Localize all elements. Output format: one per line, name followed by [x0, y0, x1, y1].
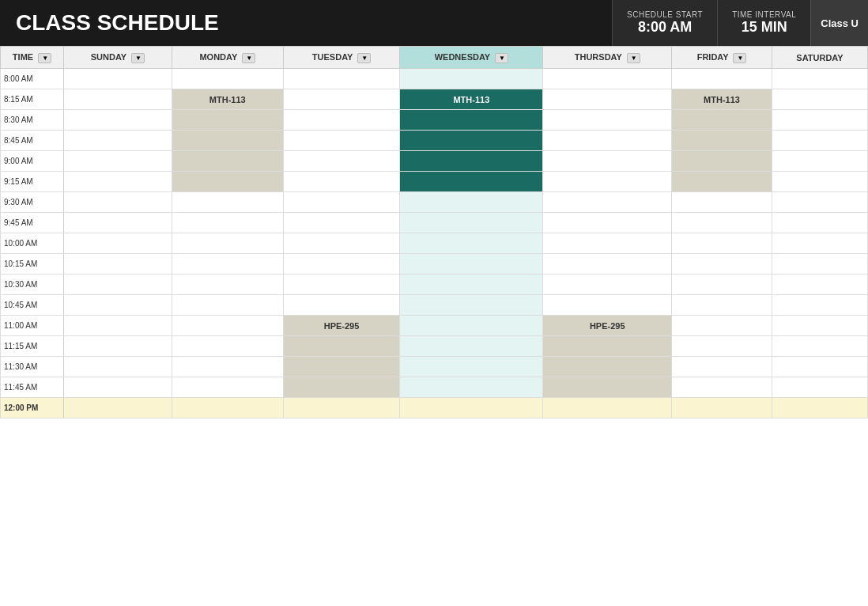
- cell-fri[interactable]: [672, 192, 772, 213]
- cell-wed[interactable]: [400, 131, 543, 151]
- cell-wed[interactable]: [400, 110, 543, 131]
- cell-tue[interactable]: [283, 357, 400, 377]
- cell-thu[interactable]: [543, 377, 672, 398]
- cell-mon[interactable]: [172, 69, 283, 89]
- cell-sun[interactable]: [64, 336, 172, 357]
- cell-tue[interactable]: HPE-295: [283, 316, 400, 336]
- cell-thu[interactable]: [543, 89, 672, 110]
- cell-mon[interactable]: [172, 172, 283, 192]
- cell-sat[interactable]: [772, 377, 868, 398]
- cell-tue[interactable]: [283, 233, 400, 254]
- cell-sun[interactable]: [64, 357, 172, 377]
- cell-sun[interactable]: [64, 254, 172, 275]
- cell-sat[interactable]: [772, 398, 868, 419]
- cell-wed[interactable]: [400, 295, 543, 316]
- cell-wed[interactable]: [400, 254, 543, 275]
- cell-tue[interactable]: [283, 213, 400, 233]
- cell-wed[interactable]: [400, 275, 543, 295]
- cell-sun[interactable]: [64, 131, 172, 151]
- cell-mon[interactable]: [172, 398, 283, 419]
- cell-thu[interactable]: [543, 254, 672, 275]
- friday-filter-button[interactable]: ▼: [733, 53, 746, 63]
- cell-sun[interactable]: [64, 110, 172, 131]
- cell-sun[interactable]: [64, 213, 172, 233]
- cell-tue[interactable]: [283, 151, 400, 172]
- cell-fri[interactable]: [672, 357, 772, 377]
- cell-mon[interactable]: [172, 233, 283, 254]
- cell-wed[interactable]: [400, 192, 543, 213]
- cell-tue[interactable]: [283, 336, 400, 357]
- cell-tue[interactable]: [283, 110, 400, 131]
- cell-sun[interactable]: [64, 172, 172, 192]
- cell-fri[interactable]: [672, 233, 772, 254]
- cell-sat[interactable]: [772, 295, 868, 316]
- cell-mon[interactable]: [172, 131, 283, 151]
- cell-thu[interactable]: [543, 69, 672, 89]
- cell-sun[interactable]: [64, 233, 172, 254]
- cell-fri[interactable]: MTH-113: [672, 89, 772, 110]
- cell-mon[interactable]: [172, 192, 283, 213]
- cell-sun[interactable]: [64, 275, 172, 295]
- cell-sat[interactable]: [772, 213, 868, 233]
- cell-fri[interactable]: [672, 213, 772, 233]
- cell-thu[interactable]: [543, 151, 672, 172]
- cell-thu[interactable]: [543, 275, 672, 295]
- cell-fri[interactable]: [672, 377, 772, 398]
- cell-mon[interactable]: [172, 336, 283, 357]
- cell-wed[interactable]: [400, 233, 543, 254]
- cell-thu[interactable]: [543, 172, 672, 192]
- cell-thu[interactable]: [543, 398, 672, 419]
- cell-wed[interactable]: [400, 172, 543, 192]
- cell-wed[interactable]: [400, 69, 543, 89]
- cell-sat[interactable]: [772, 172, 868, 192]
- cell-wed[interactable]: MTH-113: [400, 89, 543, 110]
- cell-wed[interactable]: [400, 151, 543, 172]
- cell-sat[interactable]: [772, 275, 868, 295]
- cell-sat[interactable]: [772, 131, 868, 151]
- cell-tue[interactable]: [283, 295, 400, 316]
- cell-wed[interactable]: [400, 316, 543, 336]
- cell-sun[interactable]: [64, 295, 172, 316]
- cell-sun[interactable]: [64, 316, 172, 336]
- cell-tue[interactable]: [283, 131, 400, 151]
- cell-sat[interactable]: [772, 89, 868, 110]
- cell-fri[interactable]: [672, 254, 772, 275]
- cell-mon[interactable]: [172, 275, 283, 295]
- cell-sun[interactable]: [64, 89, 172, 110]
- cell-tue[interactable]: [283, 69, 400, 89]
- sunday-filter-button[interactable]: ▼: [131, 53, 145, 63]
- cell-sat[interactable]: [772, 233, 868, 254]
- cell-sun[interactable]: [64, 69, 172, 89]
- cell-wed[interactable]: [400, 213, 543, 233]
- cell-sat[interactable]: [772, 69, 868, 89]
- cell-sat[interactable]: [772, 151, 868, 172]
- cell-mon[interactable]: [172, 151, 283, 172]
- cell-fri[interactable]: [672, 110, 772, 131]
- cell-thu[interactable]: [543, 131, 672, 151]
- time-filter-button[interactable]: ▼: [38, 53, 51, 63]
- cell-tue[interactable]: [283, 398, 400, 419]
- cell-mon[interactable]: [172, 377, 283, 398]
- cell-tue[interactable]: [283, 192, 400, 213]
- cell-sat[interactable]: [772, 336, 868, 357]
- cell-thu[interactable]: [543, 336, 672, 357]
- cell-fri[interactable]: [672, 316, 772, 336]
- cell-fri[interactable]: [672, 295, 772, 316]
- cell-fri[interactable]: [672, 151, 772, 172]
- cell-thu[interactable]: [543, 233, 672, 254]
- cell-mon[interactable]: [172, 110, 283, 131]
- cell-wed[interactable]: [400, 336, 543, 357]
- cell-fri[interactable]: [672, 69, 772, 89]
- cell-thu[interactable]: [543, 110, 672, 131]
- cell-sun[interactable]: [64, 398, 172, 419]
- thursday-filter-button[interactable]: ▼: [627, 53, 640, 63]
- cell-tue[interactable]: [283, 172, 400, 192]
- cell-sat[interactable]: [772, 110, 868, 131]
- cell-wed[interactable]: [400, 377, 543, 398]
- cell-thu[interactable]: [543, 357, 672, 377]
- cell-thu[interactable]: [543, 213, 672, 233]
- cell-mon[interactable]: [172, 213, 283, 233]
- cell-mon[interactable]: [172, 254, 283, 275]
- cell-mon[interactable]: [172, 357, 283, 377]
- cell-thu[interactable]: [543, 192, 672, 213]
